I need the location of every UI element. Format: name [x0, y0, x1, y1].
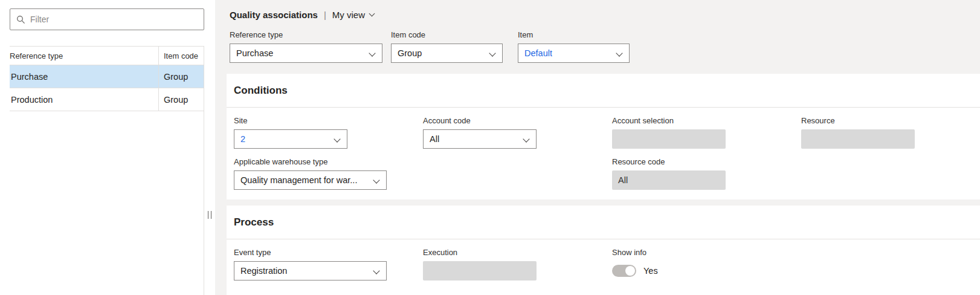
quality-associations-window: Reference type Item code Purchase Group … — [0, 0, 980, 295]
filter-input-wrapper — [10, 8, 204, 30]
show-info-field: Show info Yes — [612, 248, 801, 280]
account-selection-field: Account selection — [612, 116, 801, 149]
applicable-warehouse-type-value: Quality management for war... — [240, 175, 357, 185]
search-icon — [16, 15, 25, 24]
applicable-warehouse-type-combobox[interactable]: Quality management for war... — [234, 170, 387, 190]
item-value: Default — [524, 48, 552, 58]
show-info-label: Show info — [612, 248, 801, 257]
show-info-toggle-row: Yes — [612, 261, 801, 280]
execution-input — [423, 261, 537, 280]
records-table: Reference type Item code Purchase Group … — [10, 46, 204, 295]
cell-reference-type: Production — [10, 88, 159, 111]
table-row-production[interactable]: Production Group — [10, 88, 204, 111]
process-title: Process — [234, 216, 274, 229]
applicable-warehouse-type-label: Applicable warehouse type — [234, 157, 423, 166]
show-info-value: Yes — [643, 266, 658, 276]
column-header-reference-type[interactable]: Reference type — [10, 47, 159, 65]
chevron-down-icon — [369, 50, 375, 56]
page-title: Quality associations — [230, 10, 318, 20]
resource-code-field: Resource code All — [612, 157, 801, 190]
table-row-purchase[interactable]: Purchase Group — [10, 65, 204, 88]
event-type-combobox[interactable]: Registration — [234, 261, 387, 280]
conditions-title: Conditions — [234, 85, 288, 97]
panel-splitter[interactable] — [204, 0, 215, 295]
resource-input — [801, 129, 915, 149]
process-section: Process Event type Registration Executio… — [227, 206, 980, 295]
top-filters-row: Reference type Purchase Item code Group … — [230, 30, 630, 63]
account-selection-input — [612, 129, 726, 149]
resource-field: Resource — [801, 116, 980, 149]
column-header-item-code[interactable]: Item code — [159, 47, 204, 65]
event-type-value: Registration — [240, 266, 287, 276]
resource-label: Resource — [801, 116, 980, 125]
account-code-combobox[interactable]: All — [423, 129, 537, 149]
chevron-down-icon — [616, 50, 622, 56]
chevron-down-icon — [369, 11, 375, 17]
show-info-toggle[interactable] — [612, 265, 636, 277]
records-list-panel: Reference type Item code Purchase Group … — [0, 0, 204, 295]
reference-type-field: Reference type Purchase — [230, 30, 382, 63]
site-combobox[interactable]: 2 — [234, 129, 347, 149]
splitter-handle-icon[interactable] — [208, 211, 211, 219]
account-code-label: Account code — [423, 116, 612, 125]
item-code-value: Group — [398, 48, 422, 58]
item-label: Item — [518, 30, 630, 39]
cell-reference-type: Purchase — [10, 65, 159, 88]
view-selector-label: My view — [332, 10, 365, 20]
view-selector[interactable]: My view — [332, 10, 374, 20]
conditions-fields: Site 2 Account code All Account selectio… — [227, 108, 980, 190]
toggle-knob — [625, 266, 635, 276]
reference-type-value: Purchase — [236, 48, 273, 58]
chevron-down-icon — [489, 50, 495, 56]
chevron-down-icon — [373, 267, 379, 274]
resource-code-label: Resource code — [612, 157, 801, 166]
chevron-down-icon — [334, 135, 340, 142]
reference-type-combobox[interactable]: Purchase — [230, 44, 382, 63]
chevron-down-icon — [523, 135, 529, 142]
execution-field: Execution — [423, 248, 612, 280]
item-code-label: Item code — [391, 30, 503, 39]
title-separator: | — [324, 10, 326, 20]
event-type-field: Event type Registration — [234, 248, 423, 280]
site-value: 2 — [240, 134, 245, 144]
site-label: Site — [234, 116, 423, 125]
item-field: Item Default — [518, 30, 630, 63]
page-header: Quality associations | My view — [230, 8, 374, 21]
item-combobox[interactable]: Default — [518, 44, 630, 63]
item-code-combobox[interactable]: Group — [391, 44, 503, 63]
resource-code-value: All — [618, 175, 628, 185]
item-code-field: Item code Group — [391, 30, 503, 63]
process-fields: Event type Registration Execution Show i… — [227, 239, 980, 280]
reference-type-label: Reference type — [230, 30, 382, 39]
account-code-field: Account code All — [423, 116, 612, 149]
chevron-down-icon — [373, 177, 379, 183]
cell-item-code: Group — [159, 88, 204, 111]
site-field: Site 2 — [234, 116, 423, 149]
process-section-header: Process — [227, 206, 980, 239]
execution-label: Execution — [423, 248, 612, 257]
table-header-row: Reference type Item code — [10, 46, 204, 65]
details-panel: Quality associations | My view Reference… — [215, 0, 980, 295]
cell-item-code: Group — [159, 65, 204, 88]
account-selection-label: Account selection — [612, 116, 801, 125]
event-type-label: Event type — [234, 248, 423, 257]
filter-input[interactable] — [30, 9, 204, 30]
conditions-section: Conditions Site 2 Account code All — [227, 74, 980, 199]
conditions-section-header: Conditions — [227, 74, 980, 108]
account-code-value: All — [430, 134, 439, 144]
applicable-warehouse-type-field: Applicable warehouse type Quality manage… — [234, 157, 423, 190]
resource-code-input: All — [612, 170, 726, 190]
